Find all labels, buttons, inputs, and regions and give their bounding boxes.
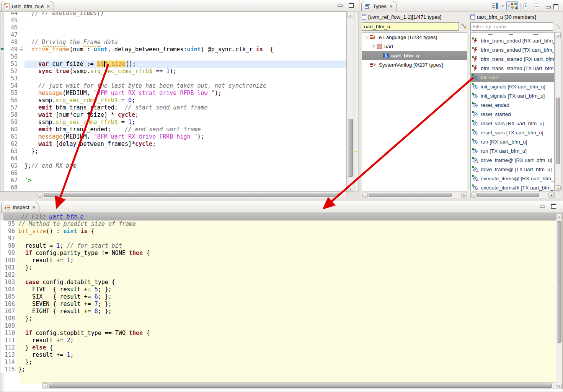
members-section: uart_bfm_u [30 members] bfm_trans_ended … <box>470 12 562 198</box>
member-row[interactable]: execute_items@ [TX uart_bfm_u] <box>471 183 554 191</box>
maximize-icon[interactable] <box>553 4 558 9</box>
member-row[interactable]: reset_vars [TX uart_bfm_u] <box>471 128 554 137</box>
members-header: uart_bfm_u [30 members] <box>470 13 561 21</box>
member-row[interactable]: reset_vars [RX uart_bfm_u] <box>471 119 554 128</box>
member-label: execute_items@ [TX uart_bfm_u] <box>481 185 554 191</box>
method-gear-icon <box>472 102 478 108</box>
expand-all-icon[interactable]: + <box>524 2 532 10</box>
member-row[interactable]: bfm_trans_ended [RX uart_bfm_u] <box>471 36 554 45</box>
clear-filter-broom-icon[interactable] <box>460 23 467 30</box>
editor-horizontal-scrollbar[interactable]: ‹ <box>37 192 346 198</box>
member-row[interactable]: reset_started <box>471 109 554 119</box>
scroll-up-arrow[interactable]: ∧ <box>556 214 562 219</box>
types-tree[interactable]: ▽ee Language [1/234 types]▽uartuuart_bfm… <box>362 32 467 191</box>
tree-item-label: uart_bfm_u <box>391 53 419 59</box>
tree-item-systemverilog[interactable]: VSystemVerilog [0/237 types] <box>362 60 467 69</box>
grouping-icon[interactable]: ↙ <box>506 1 518 10</box>
member-row[interactable]: drive_frame@ [TX uart_bfm_u] <box>471 165 554 174</box>
member-row[interactable]: init_signals [RX uart_bfm_u] <box>471 82 554 91</box>
editor-tabbar: e uart_bfm_rx.e × <box>0 0 359 11</box>
line-number: 107 <box>0 308 16 315</box>
scroll-up-arrow[interactable]: ∧ <box>348 13 353 18</box>
scroll-up-arrow[interactable]: ∧ <box>556 33 561 38</box>
member-label: reset_started <box>481 111 511 117</box>
type-filter-input[interactable] <box>362 22 459 31</box>
tree-horizontal-scrollbar[interactable]: ‹ › <box>362 192 467 198</box>
line-number: 47 <box>4 31 19 39</box>
member-filter-input[interactable] <box>470 22 553 31</box>
tab-uart-bfm-rx[interactable]: e uart_bfm_rx.e × <box>1 1 54 11</box>
members-list[interactable]: bfm_trans_ended [RX uart_bfm_u]bfm_trans… <box>470 32 555 191</box>
line-number: 65 <box>4 162 19 170</box>
code-line: 62 wait [delay_between_frames]*cycle; <box>4 140 346 148</box>
clear-filter-broom-icon[interactable] <box>555 23 561 30</box>
line-number: 64 <box>4 155 19 162</box>
types-tabbar: Types × ▾ ↙ + − <box>360 0 563 11</box>
inspect-horizontal-scrollbar[interactable]: ‹ <box>42 382 555 389</box>
scroll-down-arrow[interactable]: ∨ <box>348 186 353 191</box>
occurrence-marker[interactable] <box>355 151 358 152</box>
method-gear-icon <box>472 148 478 154</box>
close-icon[interactable]: × <box>33 204 36 210</box>
member-row[interactable]: run [RX uart_bfm_u] <box>471 137 554 146</box>
tab-inspect[interactable]: i Inspect × <box>1 202 39 212</box>
line-number: 55 <box>4 90 19 97</box>
code-editor[interactable]: 44 }; // execute_items()45464748 // Driv… <box>0 11 347 192</box>
scrollbar-thumb[interactable] <box>44 193 339 197</box>
scroll-right-arrow[interactable]: › <box>548 193 554 198</box>
members-horizontal-scrollbar[interactable]: ‹ › <box>470 192 555 198</box>
member-row[interactable]: bfm_trans_ended [TX uart_bfm_u] <box>471 45 554 54</box>
scroll-left-arrow[interactable]: ‹ <box>471 193 477 198</box>
expand-arrow-icon[interactable]: ▽ <box>370 44 377 49</box>
sort-filter-icon[interactable] <box>491 2 499 10</box>
scroll-down-arrow[interactable]: ∨ <box>556 185 561 191</box>
editor-vertical-scrollbar[interactable]: ∧ ∨ <box>347 12 354 192</box>
tree-item-e[interactable]: ▽ee Language [1/234 types] <box>362 33 467 42</box>
file-link[interactable]: uart_bfm.e <box>49 213 83 220</box>
inspect-icon: i <box>5 205 10 210</box>
scroll-left-arrow[interactable]: ‹ <box>42 383 48 388</box>
members-vertical-scrollbar[interactable]: ∧ ∨ <box>555 32 561 191</box>
maximize-icon[interactable] <box>551 204 556 209</box>
dropdown-chevron-icon[interactable]: ▾ <box>502 4 504 8</box>
minimize-icon[interactable] <box>546 7 551 8</box>
code-line: 46 <box>4 24 346 31</box>
close-icon[interactable]: × <box>47 3 50 9</box>
member-row[interactable]: bfm_trans_started [RX uart_bfm_u] <box>471 54 554 64</box>
scroll-left-arrow[interactable]: ‹ <box>362 193 368 198</box>
member-row[interactable]: drive_frame@ [RX uart_bfm_u] <box>471 155 554 165</box>
inspect-vertical-scrollbar[interactable]: ∧ ∨ <box>556 213 563 389</box>
line-number: 46 <box>4 24 19 31</box>
maximize-icon[interactable] <box>349 3 354 8</box>
minimize-icon[interactable] <box>338 5 343 7</box>
fold-collapse-icon[interactable]: − <box>20 47 23 51</box>
scroll-left-arrow[interactable]: ‹ <box>38 193 43 198</box>
member-row[interactable]: reset_ended <box>471 100 554 109</box>
member-row[interactable]: execute_items@ [RX uart_bfm_u] <box>471 174 554 183</box>
tree-item-uart_bfm_u[interactable]: uuart_bfm_u <box>362 51 467 60</box>
member-row[interactable]: init_signals [TX uart_bfm_u] <box>471 91 554 100</box>
tree-item-uart[interactable]: ▽uart <box>362 42 467 51</box>
minimize-icon[interactable] <box>540 206 545 207</box>
member-row[interactable]: bit_size <box>471 73 554 82</box>
collapse-all-icon[interactable]: − <box>535 2 543 10</box>
inspect-view[interactable]: // File uart_bfm.e 95// Method to predic… <box>0 213 563 392</box>
member-row-partially-scrolled[interactable] <box>471 33 554 36</box>
line-number: 61 <box>4 133 19 140</box>
expand-arrow-icon[interactable]: ▽ <box>364 35 370 39</box>
scroll-down-arrow[interactable]: ∨ <box>556 383 562 388</box>
scrollbar-thumb[interactable] <box>348 119 353 177</box>
code-line: 96bit_size() : uint is { <box>0 228 556 235</box>
scroll-right-arrow[interactable]: › <box>461 193 467 198</box>
line-number: 50 <box>4 53 19 60</box>
member-row[interactable]: bfm_trans_started [TX uart_bfm_u] <box>471 64 554 73</box>
member-row[interactable]: run [TX uart_bfm_u] <box>471 146 554 155</box>
inspect-tabbar: i Inspect × <box>0 201 563 213</box>
code-line: 44 }; // execute_items() <box>4 11 346 17</box>
close-icon[interactable]: × <box>390 3 393 9</box>
tab-types[interactable]: Types × <box>361 1 397 11</box>
tcm-gear-icon <box>472 166 478 172</box>
code-line: 52 sync true(ssmp.sig_sec_cdma_rfrb$ == … <box>4 68 346 75</box>
code-line: 97 <box>0 235 556 242</box>
overview-ruler[interactable] <box>354 12 359 192</box>
